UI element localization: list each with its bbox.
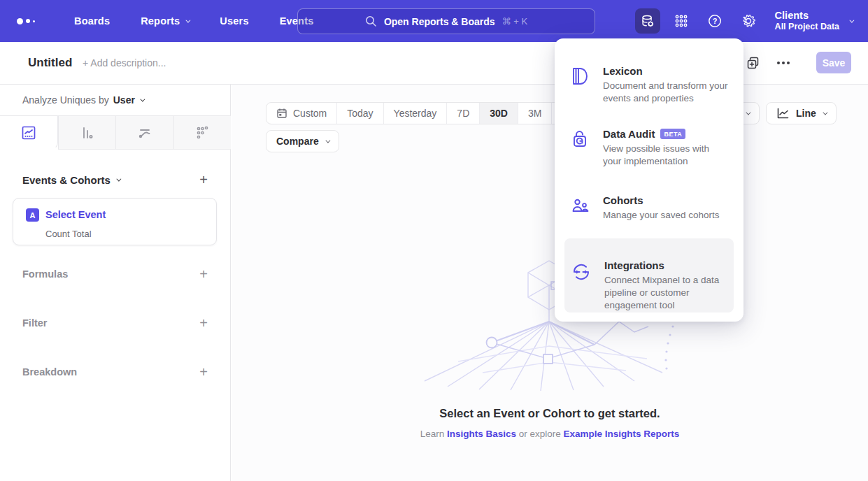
search-placeholder: Open Reports & Boards [384,16,495,27]
date-range-control: Custom Today Yesterday 7D 30D 3M 6M [266,102,586,124]
line-chart-icon [776,108,790,120]
range-7d[interactable]: 7D [446,103,479,124]
chart-type-label: Line [796,108,816,119]
global-search-input[interactable]: Open Reports & Boards ⌘ + K [297,8,595,34]
retention-dots-icon [194,124,211,141]
nav-item-users[interactable]: Users [220,15,248,27]
report-canvas: Custom Today Yesterday 7D 30D 3M 6M Comp… [232,85,868,481]
bar-chart-icon [78,124,95,141]
menu-item-lexicon[interactable]: Lexicon Document and transform your even… [564,58,734,112]
tab-insights[interactable] [0,116,58,150]
event-aggregation[interactable]: Count Total [45,229,92,239]
analyze-value-dropdown[interactable]: User [113,94,143,106]
range-label: Yesterday [394,108,437,119]
range-label: 7D [457,108,469,119]
apps-grid-button[interactable] [669,8,694,34]
database-gear-icon [640,13,655,29]
data-audit-icon [571,128,590,168]
menu-item-title: Cohorts [603,194,729,206]
cohorts-users-icon [571,194,590,222]
calendar-icon [276,108,287,119]
range-today[interactable]: Today [336,103,383,124]
settings-button[interactable] [736,8,761,34]
analyze-label: Analyze Uniques by [22,94,109,106]
range-label: Custom [293,108,327,119]
help-button[interactable]: ? [702,8,727,34]
nav-item-label: Reports [141,15,180,27]
add-breakdown-button[interactable]: + [199,365,208,379]
empty-prefix: Learn [420,429,447,439]
add-filter-button[interactable]: + [199,316,208,330]
compare-button[interactable]: Compare [266,130,339,152]
analyze-value: User [113,94,135,106]
formulas-section: Formulas + [22,267,208,281]
range-label: Today [347,108,373,119]
save-button[interactable]: Save [816,52,851,73]
tab-funnels[interactable] [58,116,116,150]
range-3m[interactable]: 3M [518,103,551,124]
event-card[interactable]: A Select Event Count Total [13,198,217,245]
chevron-down-icon [140,96,145,101]
chevron-down-icon [746,110,750,115]
mixpanel-app: Boards Reports Users Events Open Reports… [0,0,868,481]
tab-flows[interactable] [115,116,173,150]
nav-item-label: Users [220,15,248,27]
org-name: Clients [775,9,839,22]
lexicon-book-icon [571,65,590,105]
breakdown-label: Breakdown [22,366,77,378]
chevron-down-icon [186,17,191,22]
analyze-uniques-row: Analyze Uniques by User [22,94,143,106]
nav-right-cluster: ? Clients All Project Data [635,0,868,42]
empty-middle: or explore [516,429,564,439]
data-management-button[interactable] [635,8,660,34]
add-description-field[interactable]: + Add description... [83,57,166,69]
report-title[interactable]: Untitled [28,56,72,70]
range-label: 30D [490,108,508,119]
chevron-down-icon [325,138,330,143]
example-reports-link[interactable]: Example Insights Reports [564,429,680,439]
filter-label: Filter [22,317,47,329]
nav-item-label: Boards [74,15,110,27]
svg-text:?: ? [712,17,717,25]
menu-item-title: Integrations [604,259,730,271]
more-menu-icon[interactable] [776,57,791,69]
breakdown-section: Breakdown + [22,365,208,379]
compare-label: Compare [276,136,319,147]
header-actions: Save [746,52,851,73]
range-30d[interactable]: 30D [479,103,518,124]
event-letter-badge: A [26,208,39,222]
chevron-down-icon [823,110,827,115]
insights-basics-link[interactable]: Insights Basics [447,429,516,439]
menu-item-title: Lexicon [603,65,729,77]
menu-item-description: Manage your saved cohorts [603,209,729,222]
menu-item-cohorts[interactable]: Cohorts Manage your saved cohorts [564,187,734,229]
menu-item-description: Document and transform your events and p… [603,80,729,105]
query-sidebar: Analyze Uniques by User [0,85,231,481]
range-custom[interactable]: Custom [266,103,336,124]
menu-item-description: Connect Mixpanel to a data pipeline or c… [604,274,730,313]
mixpanel-logo-icon[interactable] [17,18,45,24]
grid-dots-icon [674,14,688,28]
flows-icon [136,124,153,141]
range-yesterday[interactable]: Yesterday [383,103,447,124]
menu-item-integrations[interactable]: Integrations Connect Mixpanel to a data … [564,238,734,313]
duplicate-icon[interactable] [746,56,760,70]
add-event-button[interactable]: + [199,173,208,187]
gear-icon [741,13,756,29]
add-formula-button[interactable]: + [199,267,208,281]
menu-item-data-audit[interactable]: Data AuditBETA View possible issues with… [564,121,734,175]
integrations-sync-icon [571,245,591,306]
events-cohorts-toggle[interactable]: Events & Cohorts [22,174,120,186]
beta-badge: BETA [660,129,685,139]
range-label: 3M [528,108,541,119]
nav-item-reports[interactable]: Reports [141,15,189,27]
nav-item-boards[interactable]: Boards [74,15,110,27]
chart-type-button[interactable]: Line [766,102,837,124]
empty-state-title: Select an Event or Cohort to get started… [232,407,868,420]
filter-section: Filter + [22,316,208,330]
data-management-menu: Lexicon Document and transform your even… [555,38,744,322]
tab-retention[interactable] [173,116,232,150]
insights-chart-icon [20,124,37,141]
project-switcher[interactable]: Clients All Project Data [775,9,853,33]
select-event-button[interactable]: Select Event [45,209,106,220]
